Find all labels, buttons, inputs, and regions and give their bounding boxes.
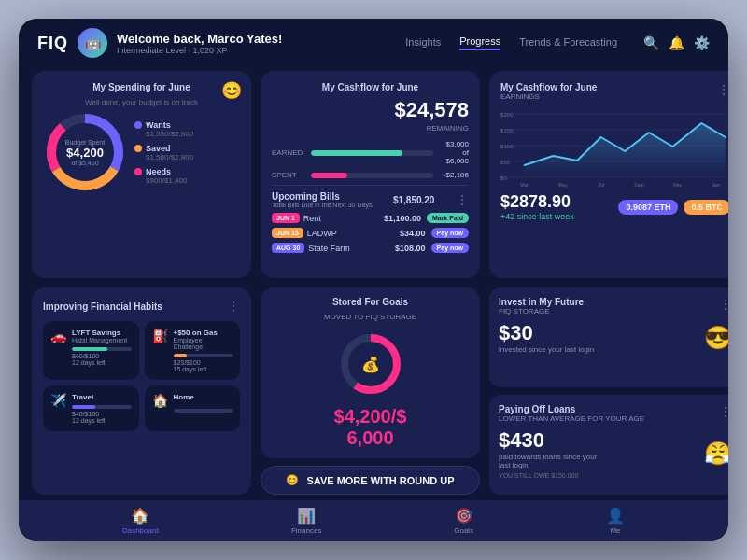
svg-text:Nov: Nov	[673, 182, 683, 188]
bills-menu-icon[interactable]: ⋮	[456, 192, 469, 207]
bill-name-3: State Farm	[308, 244, 395, 253]
gas-info: +$50 on Gas Employee Challenge $23/$100 …	[174, 329, 233, 372]
gas-days: 15 days left	[174, 366, 233, 372]
svg-text:$200: $200	[500, 112, 514, 118]
nav-me[interactable]: 👤 Me	[606, 507, 625, 535]
payoff-amount: $430	[499, 428, 611, 453]
dashboard-label: Dashboard	[122, 526, 159, 535]
payoff-amount-section: $430 paid towards loans since your last …	[499, 428, 611, 479]
cashflow-remaining-label: REMAINING	[272, 124, 469, 133]
habit-travel: ✈️ Travel $40/$100 12 days left	[43, 385, 139, 431]
nav-finances[interactable]: 📊 Finances	[291, 507, 321, 535]
earned-val: $3,000 of $6,000	[439, 140, 469, 165]
settings-icon[interactable]: ⚙️	[694, 35, 710, 50]
wants-vals: $1,350/$2,800	[146, 130, 240, 138]
tab-trends[interactable]: Trends & Forecasting	[519, 36, 617, 49]
goals-amount-section: $4,200/$ 6,000	[334, 406, 407, 449]
invest-menu-icon[interactable]: ⋮	[719, 297, 728, 312]
saved-label: Saved	[146, 144, 171, 153]
bill-row-ladwp: JUN 15 LADWP $34.00 Pay now	[272, 228, 469, 238]
tab-insights[interactable]: Insights	[405, 36, 441, 49]
budget-label: Budget Spent	[65, 139, 105, 146]
lyft-icon: 🚗	[50, 329, 66, 343]
crypto-badges: 0.9087 ETH 0.5 BTC	[618, 200, 728, 215]
invest-title-section: Invest in My Future FIQ STORAGE	[499, 297, 584, 319]
spending-emoji: 😊	[221, 80, 242, 101]
bottom-nav: 🏠 Dashboard 📊 Finances 🎯 Goals 👤 Me	[19, 500, 728, 541]
app-logo: FIQ	[37, 34, 68, 53]
budget-of: of $5,400	[65, 160, 105, 166]
nav-goals[interactable]: 🎯 Goals	[454, 507, 473, 535]
earnings-label: EARNINGS	[500, 92, 597, 101]
cf-main-section: $2878.90 +42 since last week	[500, 192, 574, 221]
earned-bar-row: EARNED $3,000 of $6,000	[272, 140, 469, 165]
btc-badge: 0.5 BTC	[684, 200, 728, 215]
habits-card: Improving Financial Habits ⋮ 🚗 LYFT Savi…	[32, 287, 251, 495]
cashflow-chart-card: My Cashflow for June EARNINGS ⋮	[489, 71, 728, 278]
invest-desc: invested since your last login	[499, 345, 594, 354]
invest-title-row: Invest in My Future FIQ STORAGE ⋮	[499, 297, 728, 319]
gas-bar	[174, 354, 233, 357]
bill-date-3: AUG 30	[272, 243, 304, 253]
finances-icon: 📊	[297, 507, 316, 525]
needs-label: Needs	[146, 167, 171, 176]
legend-wants: Wants $1,350/$2,800	[134, 120, 240, 138]
bills-total-val: $1,850.20	[393, 195, 435, 205]
goals-column: Stored For Goals MOVED TO FIQ STORAGE 💰 …	[261, 287, 480, 495]
habit-gas: ⛽ +$50 on Gas Employee Challenge $23/$10…	[145, 321, 241, 380]
goals-icon: 💰	[361, 355, 380, 372]
bills-section-sub: Total Bills Due in the Next 30 Days	[272, 202, 372, 208]
payoff-sub: LOWER THAN AVERAGE FOR YOUR AGE	[499, 414, 644, 423]
user-info: Welcome back, Marco Yates! Intermediate …	[117, 32, 282, 55]
svg-text:$150: $150	[500, 128, 514, 133]
avatar: 🤖	[78, 28, 107, 58]
bill-amount-1: $1,100.00	[384, 214, 421, 223]
bell-icon[interactable]: 🔔	[669, 35, 684, 50]
bill-row-statefarm: AUG 30 State Farm $108.00 Pay now	[272, 243, 469, 253]
search-icon[interactable]: 🔍	[643, 35, 659, 50]
home-name: Home	[174, 393, 233, 401]
lyft-days: 12 days left	[72, 359, 132, 366]
nav-tabs: Insights Progress Trends & Forecasting 🔍…	[405, 35, 710, 50]
gas-name: +$50 on Gas	[174, 329, 233, 337]
header: FIQ 🤖 Welcome back, Marco Yates! Interme…	[19, 19, 728, 63]
payoff-menu-icon[interactable]: ⋮	[719, 404, 728, 419]
cf-change: +42 since last week	[500, 212, 574, 221]
bill-btn-2[interactable]: Pay now	[431, 228, 469, 238]
bill-amount-3: $108.00	[395, 244, 426, 253]
upcoming-bills-section: Upcoming Bills Total Bills Due in the Ne…	[272, 191, 469, 253]
travel-bar	[72, 405, 132, 409]
app-container: FIQ 🤖 Welcome back, Marco Yates! Interme…	[19, 19, 728, 541]
chart-menu-icon[interactable]: ⋮	[717, 82, 728, 97]
nav-dashboard[interactable]: 🏠 Dashboard	[122, 507, 159, 535]
bill-btn-3[interactable]: Pay now	[431, 243, 469, 253]
goals-card: Stored For Goals MOVED TO FIQ STORAGE 💰 …	[261, 287, 480, 458]
travel-fill	[72, 405, 95, 409]
spending-subtitle: Well done, your budget is on track	[43, 98, 240, 106]
budget-amount: $4,200	[65, 146, 105, 160]
travel-icon: ✈️	[50, 393, 66, 408]
travel-name: Travel	[72, 393, 132, 401]
earned-fill	[311, 150, 402, 156]
finances-label: Finances	[291, 526, 321, 535]
payoff-content: $430 paid towards loans since your last …	[499, 428, 728, 479]
payoff-title-row: Paying Off Loans LOWER THAN AVERAGE FOR …	[499, 404, 728, 427]
invest-amount-section: $30 invested since your last login	[499, 321, 594, 354]
legend-saved: Saved $1,500/$2,800	[134, 144, 240, 161]
round-up-button[interactable]: 😊 SAVE MORE WITH ROUND UP	[261, 466, 480, 495]
wants-label: Wants	[146, 120, 171, 130]
habits-menu-icon[interactable]: ⋮	[227, 299, 240, 314]
svg-text:Jul: Jul	[598, 182, 604, 188]
bill-name-2: LADWP	[307, 229, 400, 238]
bill-row-rent: JUN 1 Rent $1,100.00 Mark Paid	[272, 213, 469, 223]
habits-grid: 🚗 LYFT Savings Habit Management $60/$100…	[43, 321, 240, 431]
dashboard-icon: 🏠	[131, 507, 149, 525]
bill-btn-1[interactable]: Mark Paid	[427, 213, 469, 223]
habits-title-row: Improving Financial Habits ⋮	[43, 299, 240, 314]
earnings-chart: $200 $150 $100 $50 $0 Mar May Jul Sept N…	[500, 105, 728, 189]
goals-title: Stored For Goals	[332, 297, 408, 307]
tab-progress[interactable]: Progress	[459, 35, 500, 50]
cf-values-row: $2878.90 +42 since last week 0.9087 ETH …	[500, 192, 728, 221]
cf-main-value: $2878.90	[500, 192, 574, 212]
bill-date-1: JUN 1	[272, 213, 300, 223]
